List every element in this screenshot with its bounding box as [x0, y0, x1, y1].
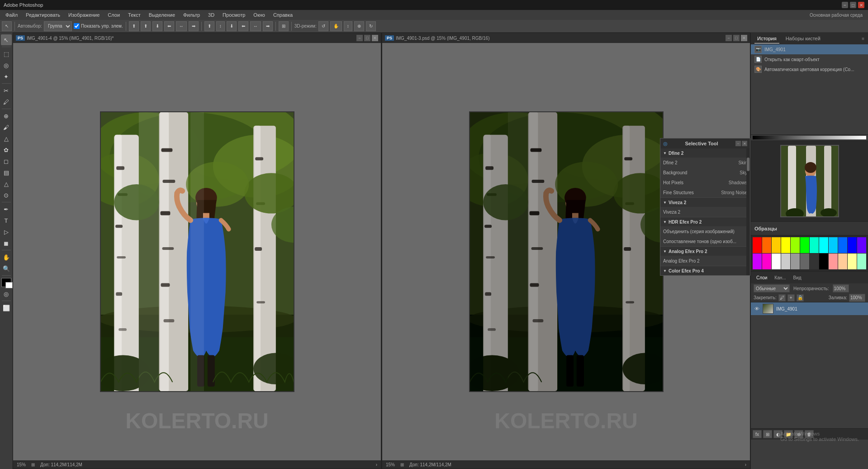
panel-scrollbar-thumb[interactable]: [747, 158, 749, 171]
distribute-bottom-btn[interactable]: ⬇: [227, 21, 237, 31]
doc-close-left[interactable]: ✕: [372, 35, 378, 41]
minimize-button[interactable]: −: [842, 2, 848, 8]
st-section-header-color-efex[interactable]: ▼ Color Efex Pro 4: [660, 266, 750, 275]
doc-maximize-left[interactable]: □: [364, 35, 370, 41]
layer-item-0[interactable]: 👁 IMG_4901: [751, 302, 868, 315]
background-color[interactable]: [5, 282, 13, 288]
doc-maximize-right[interactable]: □: [733, 35, 740, 41]
distribute-top-btn[interactable]: ⬆: [204, 21, 214, 31]
panel-scrollbar[interactable]: [746, 148, 750, 275]
zoom-icon-right[interactable]: ⊞: [400, 462, 404, 467]
swatch-red[interactable]: [753, 237, 762, 253]
st-close-btn[interactable]: ✕: [742, 141, 747, 146]
st-section-header-analog[interactable]: ▼ Analog Efex Pro 2: [660, 247, 750, 256]
adjustment-button[interactable]: ◐: [773, 430, 783, 438]
menu-window[interactable]: Окно: [250, 11, 269, 19]
tool-lasso[interactable]: ◎: [1, 60, 12, 71]
tool-marquee[interactable]: ⬚: [1, 48, 12, 59]
fill-input[interactable]: [849, 294, 865, 302]
preview-thumbnail[interactable]: [780, 145, 839, 217]
swatch-orange[interactable]: [762, 237, 771, 253]
tool-eraser[interactable]: ◻: [1, 156, 12, 167]
tool-quick-select[interactable]: ✦: [1, 71, 12, 82]
tool-clone[interactable]: △: [1, 133, 12, 144]
align-left-btn[interactable]: ⬅: [164, 21, 174, 31]
tool-healing[interactable]: ⊕: [1, 110, 12, 121]
blend-mode-select[interactable]: Обычные: [754, 284, 790, 292]
swatch-indigo[interactable]: [857, 237, 866, 253]
st-dfine2-item-2[interactable]: Hot Pixels Shadows: [660, 177, 750, 187]
swatch-dark-blue[interactable]: [848, 237, 857, 253]
swatch-pink[interactable]: [829, 254, 838, 269]
tool-zoom[interactable]: 🔍: [1, 263, 12, 274]
swatch-darker-gray[interactable]: [810, 254, 819, 269]
st-dfine2-item-1[interactable]: Background Sky: [660, 168, 750, 177]
opacity-input[interactable]: [833, 284, 849, 292]
tool-blur[interactable]: △: [1, 178, 12, 189]
add-layer-button[interactable]: ⊕: [794, 430, 803, 438]
screen-mode-btn[interactable]: ⬜: [1, 302, 12, 313]
tool-path-select[interactable]: ▷: [1, 226, 12, 237]
tool-dodge[interactable]: ⊙: [1, 190, 12, 201]
swatch-blue[interactable]: [838, 237, 847, 253]
3d-roll-btn[interactable]: ↻: [366, 21, 376, 31]
tool-move[interactable]: ↖: [1, 34, 12, 45]
st-dfine2-item-0[interactable]: Dfine 2 Skin: [660, 158, 750, 168]
align-vert-center-btn[interactable]: ⬆: [141, 21, 151, 31]
tool-shape[interactable]: ◼: [1, 238, 12, 249]
menu-select[interactable]: Выделение: [145, 11, 179, 19]
3d-rotate-btn[interactable]: ↺: [318, 21, 328, 31]
tab-view[interactable]: Вид: [792, 273, 803, 282]
menu-text[interactable]: Текст: [124, 11, 144, 19]
tool-text[interactable]: T: [1, 215, 12, 226]
doc-minimize-right[interactable]: −: [726, 35, 732, 41]
maximize-button[interactable]: □: [850, 2, 856, 8]
delete-layer-button[interactable]: 🗑: [805, 430, 814, 438]
tool-history-brush[interactable]: ✿: [1, 144, 12, 155]
quick-mask-btn[interactable]: ◎: [1, 288, 12, 299]
history-item-2[interactable]: 🎨 Автоматическая цветовая коррекция (Со.…: [751, 64, 868, 74]
distribute-horiz-btn[interactable]: ↔: [250, 21, 261, 31]
menu-view[interactable]: Просмотр: [219, 11, 249, 19]
nav-arrow-right[interactable]: ›: [745, 462, 746, 467]
swatch-white[interactable]: [772, 254, 781, 269]
zoom-icon-left[interactable]: ⊞: [31, 462, 35, 467]
st-hdr-item-1[interactable]: Сопоставление тонов (одно изоб...: [660, 236, 750, 246]
3d-scale-btn[interactable]: ⊕: [354, 21, 364, 31]
layer-visibility-0[interactable]: 👁: [754, 306, 760, 312]
align-horiz-center-btn[interactable]: ↔: [176, 21, 187, 31]
st-section-header-viveza2[interactable]: ▼ Viveza 2: [660, 198, 750, 207]
swatch-peach[interactable]: [838, 254, 847, 269]
swatch-yellow[interactable]: [781, 237, 790, 253]
st-section-header-dfine2[interactable]: ▼ Dfine 2: [660, 148, 750, 158]
swatch-cyan[interactable]: [819, 237, 828, 253]
distribute-vert-btn[interactable]: ↕: [216, 21, 225, 31]
st-hdr-item-0[interactable]: Объединить (серия изображений): [660, 226, 750, 236]
swatch-yellow-green[interactable]: [791, 237, 800, 253]
tab-history[interactable]: История: [754, 34, 779, 43]
tool-hand[interactable]: ✋: [1, 252, 12, 263]
align-bottom-btn[interactable]: ⬇: [152, 21, 162, 31]
st-analog-item-0[interactable]: Analog Efex Pro 2: [660, 256, 750, 266]
tool-gradient[interactable]: ▤: [1, 167, 12, 178]
swatch-light-yellow[interactable]: [848, 254, 857, 269]
foreground-color[interactable]: [1, 278, 11, 287]
autoselect-select[interactable]: Группа Слой: [44, 21, 72, 31]
close-button[interactable]: ✕: [858, 2, 864, 8]
doc-minimize-left[interactable]: −: [356, 35, 363, 41]
add-mask-button[interactable]: ⊞: [763, 430, 772, 438]
st-viveza2-item-0[interactable]: Viveza 2: [660, 207, 750, 217]
nav-arrow-left[interactable]: ›: [376, 462, 377, 467]
swatch-medium-gray[interactable]: [791, 254, 800, 269]
distribute-left-btn[interactable]: ⬅: [238, 21, 248, 31]
menu-file[interactable]: Файл: [2, 11, 21, 19]
swatch-sky-blue[interactable]: [829, 237, 838, 253]
spacing-btn[interactable]: ⊞: [279, 21, 289, 31]
swatch-light-gray[interactable]: [781, 254, 790, 269]
lock-pixels-btn[interactable]: 🖊: [778, 294, 786, 302]
menu-layers[interactable]: Слои: [104, 11, 123, 19]
swatch-cyan-green[interactable]: [810, 237, 819, 253]
3d-slide-btn[interactable]: ↕: [344, 21, 352, 31]
doc-close-right[interactable]: ✕: [741, 35, 747, 41]
doc-canvas-left[interactable]: KOLERTO.RU: [13, 43, 381, 460]
